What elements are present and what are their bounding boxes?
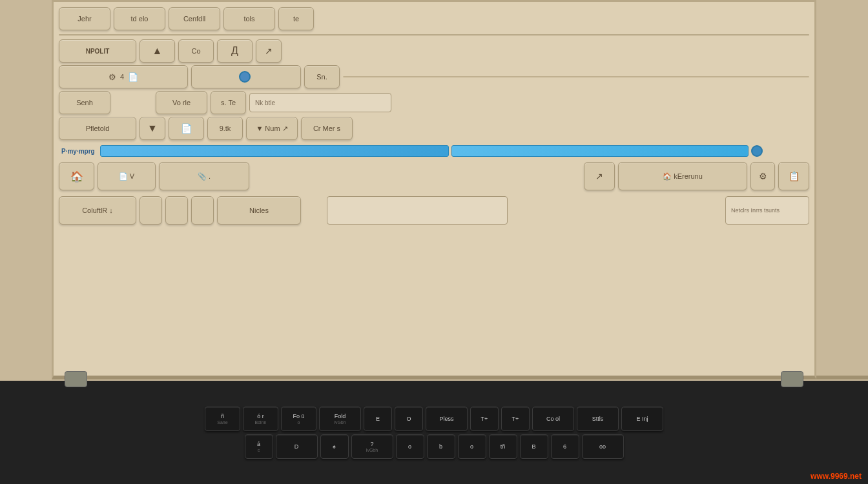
circle-icon [239,71,251,83]
key-jehr[interactable]: Jehr [59,7,110,30]
key-circle-icon[interactable] [191,65,301,88]
key-doc-icon2[interactable]: 📄 [169,117,204,140]
action-row: 🏠 📄 V 📎 . ↗ 🏠 kErerunu ⚙ 📋 [59,161,809,192]
kb-key-r2-5[interactable]: o [396,434,424,459]
key-npolit[interactable]: NPOLIT [59,39,136,63]
key-nicles[interactable]: Nicles [217,196,301,225]
keyboard-row-2: ác D ♠ ?lvGbh o b o tñ B 6 oo [19,434,849,459]
kb-key-9[interactable]: T+ [501,407,530,431]
kb-key-r2-10[interactable]: 6 [551,434,579,459]
progress-dot [751,145,763,157]
kb-key-r2-8[interactable]: tñ [489,434,517,459]
keyboard-area: ñSane ó rBdlnn Fo üo FoldlvGbh E O Pless… [0,381,868,484]
key-arrow-up-right[interactable]: ↗ [256,39,282,63]
key-home[interactable]: 🏠 [59,162,94,190]
key-down-arrow[interactable]: ▼ [140,117,165,140]
key-home-kererunu[interactable]: 🏠 kErerunu [618,162,747,190]
input-netclrs[interactable]: Netclrs Inrrs tsunts [725,196,809,225]
kb-key-4[interactable]: FoldlvGbh [319,407,361,431]
key-arrow-action[interactable]: ↗ [584,162,615,190]
keyboard-row-1: ñSane ó rBdlnn Fo üo FoldlvGbh E O Pless… [19,407,849,431]
screen-right-bezel [816,0,868,379]
gear-icon: ⚙ [108,72,116,82]
kb-key-2[interactable]: ó rBdlnn [243,407,278,431]
screen-content: Jehr td elo Cenfdll tols te NPOLIT ▲ Co … [54,2,814,376]
key-te[interactable]: te [278,7,314,30]
key-gear-doc[interactable]: ⚙ 4 📄 [59,65,188,88]
key-co[interactable]: Co [178,39,214,63]
key-crmer[interactable]: Cr Mer s [301,117,353,140]
progress-bar-secondary [451,145,749,157]
toolbar-row-3: ⚙ 4 📄 Sn. [59,65,809,88]
doc-icon: 📄 [128,72,138,82]
progress-label: P·my·mprg [59,148,98,155]
key-coluftr[interactable]: ColuftlR ↓ [59,196,136,225]
key-clipboard[interactable]: 📋 [778,162,809,190]
key-senh[interactable]: Senh [59,91,110,114]
kb-key-r2-7[interactable]: o [458,434,486,459]
kb-key-1[interactable]: ñSane [205,407,240,431]
kb-key-r2-9[interactable]: B [520,434,548,459]
key-b2[interactable] [165,196,188,225]
key-gear2[interactable]: ⚙ [750,162,775,190]
kb-key-r2-11[interactable]: oo [582,434,624,459]
kb-key-6[interactable]: O [395,407,423,431]
kb-key-r2-3[interactable]: ♠ [320,434,349,459]
hinge-right [781,371,803,387]
key-num[interactable]: ▼ Num ↗ [246,117,298,140]
kb-key-10[interactable]: Co ol [532,407,574,431]
kb-key-7[interactable]: Pless [426,407,468,431]
progress-row: P·my·mprg [59,144,809,158]
toolbar-row-5: Pfletold ▼ 📄 9.tk ▼ Num ↗ Cr Mer s [59,117,809,140]
toolbar-row-1: Jehr td elo Cenfdll tols te [59,7,809,30]
toolbar-row-2: NPOLIT ▲ Co Д ↗ [59,39,809,63]
watermark: www.9969.net [811,472,862,481]
key-sn[interactable]: Sn. [304,65,340,88]
kb-key-r2-6[interactable]: b [427,434,455,459]
key-doc-v[interactable]: 📄 V [98,162,156,190]
kb-key-r2-4[interactable]: ?lvGbh [351,434,393,459]
toolbar-row-4: Senh Vo rle s. Te Nk btle [59,91,809,114]
key-tdelo[interactable]: td elo [114,7,165,30]
key-vorle[interactable]: Vo rle [156,91,207,114]
key-b3[interactable] [191,196,214,225]
key-triangle[interactable]: ▲ [140,39,175,63]
key-paperclip[interactable]: 📎 . [159,162,249,190]
kb-key-11[interactable]: Sttls [577,407,619,431]
kb-key-3[interactable]: Fo üo [281,407,316,431]
key-9tk[interactable]: 9.tk [207,117,243,140]
key-gear-doc-label: 4 [120,73,124,81]
kb-key-5[interactable]: E [364,407,392,431]
input-nk-btle[interactable]: Nk btle [249,93,391,112]
key-cenfdll[interactable]: Cenfdll [169,7,220,30]
kb-key-12[interactable]: E Inj [621,407,663,431]
kb-key-8[interactable]: T+ [470,407,499,431]
kb-key-r2-2[interactable]: D [276,434,318,459]
divider-1 [59,34,809,35]
key-b1[interactable] [140,196,162,225]
progress-bar-primary [100,145,449,157]
kb-key-r2-1[interactable]: ác [245,434,273,459]
key-cyrillic[interactable]: Д [217,39,253,63]
key-pfletold[interactable]: Pfletold [59,117,136,140]
laptop-screen: Jehr td elo Cenfdll tols te NPOLIT ▲ Co … [52,0,816,379]
key-tols[interactable]: tols [223,7,275,30]
hinge-left [65,371,87,387]
key-ste[interactable]: s. Te [211,91,246,114]
bottom-row: ColuftlR ↓ Nicles Netclrs Inrrs tsunts [59,194,809,227]
